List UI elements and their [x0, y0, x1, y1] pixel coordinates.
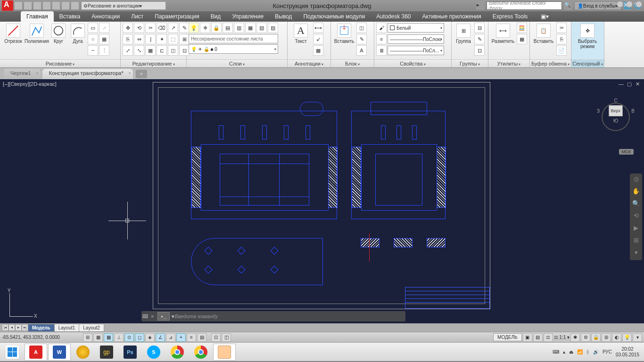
tab-parametric[interactable]: Параметризация — [149, 11, 205, 22]
task-explorer[interactable] — [213, 344, 236, 361]
model-space-button[interactable]: МОДЕЛЬ — [493, 333, 521, 341]
lt-first[interactable]: |◂ — [2, 324, 8, 331]
nav-showmot-icon[interactable]: ▶ — [631, 224, 641, 234]
viewcube[interactable]: С З Верх В Ю — [597, 98, 635, 123]
rectangle-icon[interactable]: ▭ — [88, 23, 98, 33]
start-button[interactable] — [1, 344, 24, 361]
sb-ducs[interactable]: ⊿ — [166, 333, 175, 342]
infocenter-arrow[interactable]: ▸ — [476, 1, 485, 10]
close-button[interactable] — [636, 1, 642, 8]
move-icon[interactable]: ✥ — [123, 23, 133, 33]
drawing-area[interactable]: [‒][Сверху][2D-каркас] — ▢ ✕ С З Верх В … — [0, 79, 644, 323]
nav-orbit-icon[interactable]: ⟲ — [631, 212, 641, 222]
clip-icon-3[interactable]: 📄 — [556, 45, 567, 56]
coordinates[interactable]: -65.5421, 453.3282, 0.0000 — [2, 335, 82, 340]
draw-icon-2[interactable]: ⟋ — [99, 23, 109, 33]
rotate-icon[interactable]: ⟲ — [134, 23, 144, 33]
tab-insert[interactable]: Вставка — [54, 11, 86, 22]
erase-icon[interactable]: ⌫ — [157, 23, 167, 33]
insert-button[interactable]: Вставить — [333, 23, 355, 45]
ungroup-icon[interactable]: ⊟ — [474, 23, 485, 33]
sb-annovis[interactable]: ✱ — [570, 333, 580, 342]
ucs-icon[interactable]: X Y — [9, 288, 38, 317]
command-line[interactable]: × ▸_ ▾ Введите команду — [141, 311, 405, 321]
ucs-label[interactable]: МСК — [619, 149, 634, 155]
file-tab-1[interactable]: Чертеж1× — [4, 69, 41, 79]
tab-featured[interactable]: Активные приложения — [417, 11, 487, 22]
sb-iso[interactable]: ◐ — [612, 333, 621, 342]
arc-button[interactable]: Дуга — [69, 23, 87, 45]
panel-layers-title[interactable]: Слои — [187, 59, 287, 67]
sb-lwt[interactable]: ≡ — [187, 333, 196, 342]
task-word[interactable]: W — [48, 344, 71, 361]
leader-icon[interactable]: ↙ — [313, 34, 323, 44]
table-icon[interactable]: ▦ — [313, 45, 323, 56]
task-gp[interactable]: gp — [95, 344, 118, 361]
tab-a360[interactable]: Autodesk 360 — [371, 11, 416, 22]
match-prop-icon[interactable]: 🖌 — [376, 23, 387, 33]
tray-bluetooth-icon[interactable]: ᛒ — [586, 349, 589, 354]
close-icon[interactable]: × — [128, 71, 131, 75]
tab-output[interactable]: Вывод — [269, 11, 297, 22]
sb-qp[interactable]: ⊡ — [211, 333, 221, 342]
sb-custom[interactable]: ▾ — [633, 333, 642, 342]
nav-icon-7[interactable]: ▾ — [631, 249, 641, 258]
linetype-drop[interactable]: ———————ПоСлою — [388, 34, 444, 44]
sb-polar[interactable]: ⊙ — [124, 333, 134, 342]
clock[interactable]: 20:02 03.05.2015 — [616, 346, 639, 358]
sb-infer[interactable]: ⊞ — [83, 333, 92, 342]
layer-icon-6[interactable]: ▦ — [245, 23, 256, 33]
vp-minimize[interactable]: — — [619, 81, 625, 87]
ltype-icon[interactable]: ≡ — [376, 34, 387, 44]
qat-saveas[interactable] — [42, 1, 51, 10]
tab-plugins[interactable]: Подключаемые модули — [297, 11, 371, 22]
point-icon[interactable]: ⋮ — [99, 45, 109, 56]
mirror-icon[interactable]: ⇔ — [134, 34, 144, 44]
qat-open[interactable] — [24, 1, 32, 10]
qat-plot[interactable] — [52, 1, 60, 10]
task-flstudio[interactable] — [72, 344, 94, 361]
line-button[interactable]: Отрезок — [2, 23, 25, 45]
tab-layout[interactable]: Лист — [125, 11, 149, 22]
block-attr-icon[interactable]: A — [356, 45, 367, 56]
panel-groups-title[interactable]: Группы — [452, 59, 488, 67]
panel-annotation-title[interactable]: Аннотации — [288, 59, 330, 67]
maximize-button[interactable] — [626, 1, 633, 8]
qat-redo[interactable] — [71, 1, 79, 10]
tab-view[interactable]: Вид — [205, 11, 227, 22]
sb-otrack[interactable]: ∠ — [156, 333, 165, 342]
modify-icon-a[interactable]: ↗ — [168, 23, 178, 33]
sb-lock[interactable]: 🔒 — [591, 333, 601, 342]
sb-osnap[interactable]: ◻ — [135, 333, 144, 342]
task-chrome[interactable] — [166, 344, 189, 361]
paste-button[interactable]: 📋Вставить — [532, 23, 555, 45]
keyboard-icon[interactable]: ⌨ — [553, 349, 559, 354]
sb-qv-layouts[interactable]: ▣ — [523, 333, 532, 342]
qat-undo[interactable] — [61, 1, 70, 10]
sb-qv-dwgs[interactable]: ▤ — [533, 333, 543, 342]
tray-volume-icon[interactable]: 🔊 — [593, 349, 599, 354]
sb-clean[interactable]: 💡 — [622, 333, 632, 342]
nav-pan-icon[interactable]: ✋ — [631, 188, 641, 197]
file-tab-2[interactable]: Конструкция трансформатора*× — [42, 69, 133, 79]
ribbon-collapse[interactable]: ▣▾ — [535, 11, 554, 22]
panel-properties-title[interactable]: Свойства — [374, 59, 451, 67]
layer-prop-icon[interactable]: 💡 — [189, 23, 199, 33]
cmdline-input[interactable]: Введите команду — [174, 313, 405, 319]
tray-up-icon[interactable]: ▴ — [563, 349, 565, 354]
trim-icon[interactable]: ✂ — [145, 23, 156, 33]
lt-last[interactable]: ▸| — [22, 324, 28, 331]
vp-close[interactable]: ✕ — [636, 81, 642, 87]
util-icon-1[interactable]: 🧮 — [517, 23, 527, 33]
task-photoshop[interactable]: Ps — [119, 344, 141, 361]
task-autocad[interactable]: A — [25, 344, 47, 361]
new-tab-button[interactable]: + — [136, 70, 147, 78]
minimize-button[interactable] — [617, 1, 623, 8]
group-sel-icon[interactable]: ⊡ — [474, 45, 485, 56]
sb-dyn[interactable]: + — [176, 333, 186, 342]
layer-current-drop[interactable]: 💡 ☀ 🔓 ■ 0 — [189, 44, 278, 54]
offset-icon[interactable]: ⊏ — [157, 45, 167, 56]
hatch-icon[interactable]: ▦ — [99, 34, 109, 44]
tray-safely-remove-icon[interactable]: ⏏ — [569, 349, 573, 354]
array-icon[interactable]: ▦ — [145, 45, 156, 56]
